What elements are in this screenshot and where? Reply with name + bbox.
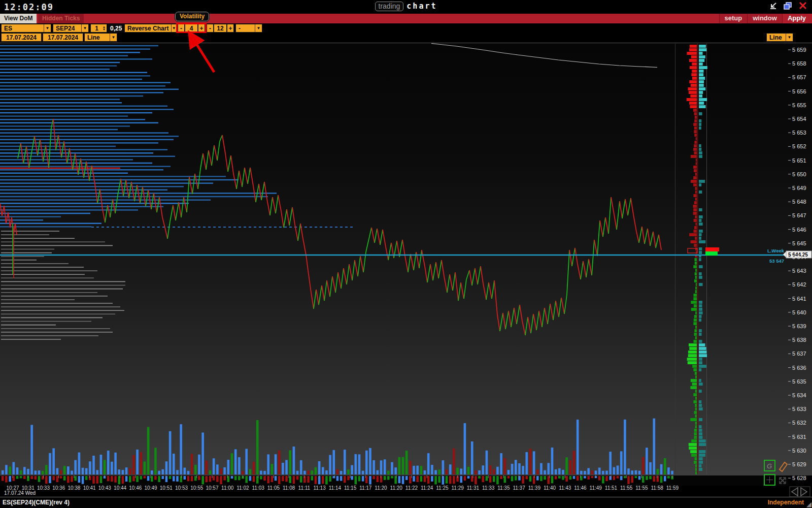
svg-text:5 633: 5 633: [792, 406, 806, 412]
svg-text:11:14: 11:14: [329, 485, 342, 491]
param2-minus-button[interactable]: -: [207, 24, 214, 33]
status-bar: ES(SEP24)(CME)(rev 4) Independent ◢: [0, 497, 812, 508]
chart-type-select[interactable]: Reverse Chart ▼: [124, 24, 177, 33]
svg-text:11:25: 11:25: [436, 485, 449, 491]
svg-text:5 629: 5 629: [792, 461, 806, 467]
svg-text:11:00: 11:00: [221, 485, 234, 491]
param2-plus-button[interactable]: +: [227, 24, 234, 33]
resize-grip-icon[interactable]: ◢: [806, 500, 811, 508]
minimize-icon[interactable]: [769, 2, 777, 10]
pencil-icon[interactable]: [780, 462, 787, 471]
svg-text:11:31: 11:31: [467, 485, 480, 491]
svg-text:10:55: 10:55: [190, 485, 203, 491]
date-label: 17.07.24 Wed: [4, 490, 36, 496]
svg-text:5 635: 5 635: [792, 378, 806, 385]
svg-text:10:51: 10:51: [160, 485, 173, 491]
svg-text:5 651: 5 651: [792, 157, 806, 164]
svg-text:5 653: 5 653: [792, 130, 806, 136]
tick-size-value: 0,25: [108, 24, 124, 33]
svg-text:11:03: 11:03: [252, 485, 265, 491]
tab-view-dom[interactable]: View DoM: [0, 14, 37, 23]
svg-text:11:33: 11:33: [482, 485, 495, 491]
svg-text:5 652: 5 652: [792, 143, 806, 149]
tab-hidden-ticks[interactable]: Hidden Ticks: [38, 14, 84, 23]
svg-text:5 657: 5 657: [792, 74, 806, 80]
price-axis: 5 6595 6585 6575 6565 6555 6545 6535 652…: [788, 47, 806, 481]
svg-text:5 632: 5 632: [792, 420, 806, 426]
svg-text:5 628: 5 628: [792, 475, 806, 481]
svg-text:11:11: 11:11: [298, 485, 311, 491]
chart-canvas[interactable]: L.Week53 5475 644,255 6595 6585 6575 656…: [0, 43, 812, 497]
svg-text:5 648: 5 648: [792, 199, 806, 205]
svg-text:5 644: 5 644: [792, 254, 806, 260]
restore-icon[interactable]: [784, 2, 792, 10]
svg-text:11:20: 11:20: [390, 485, 403, 491]
svg-text:5 646: 5 646: [792, 227, 806, 233]
date-row: 17.07.2024 17.07.2024 Line ▼ Line ▼: [0, 33, 812, 42]
svg-text:5 641: 5 641: [792, 296, 806, 302]
dom-depth-histogram: [0, 46, 355, 227]
svg-text:10:38: 10:38: [67, 485, 80, 491]
interval-stepper[interactable]: 1 ▲▼: [90, 24, 107, 33]
svg-text:5 634: 5 634: [792, 392, 806, 398]
window-controls: [769, 2, 807, 10]
svg-text:10:57: 10:57: [206, 485, 218, 491]
svg-text:5 655: 5 655: [792, 102, 806, 108]
svg-text:5 640: 5 640: [792, 309, 806, 315]
scroll-left-button[interactable]: [792, 488, 798, 496]
date-to-field[interactable]: 17.07.2024: [43, 33, 83, 42]
svg-text:10:41: 10:41: [83, 485, 96, 491]
svg-text:5 631: 5 631: [792, 434, 806, 440]
svg-text:11:13: 11:13: [313, 485, 326, 491]
svg-text:10:43: 10:43: [98, 485, 111, 491]
chevron-down-icon[interactable]: ▼: [255, 24, 262, 32]
chevron-down-icon[interactable]: ▼: [786, 34, 793, 41]
svg-text:11:05: 11:05: [267, 485, 280, 491]
main-toolbar: View DoM Hidden Ticks setup window Apply: [0, 14, 812, 23]
param2-value: 12: [214, 24, 227, 33]
scroll-right-button[interactable]: [801, 488, 807, 496]
app-title: tradingchart: [0, 2, 812, 11]
close-icon[interactable]: [798, 2, 807, 10]
svg-text:5 637: 5 637: [792, 351, 806, 357]
date-from-field[interactable]: 17.07.2024: [1, 33, 42, 42]
svg-text:11:17: 11:17: [359, 485, 372, 491]
title-bar: 12:02:09 tradingchart: [0, 0, 812, 14]
instrument-status: ES(SEP24)(CME)(rev 4): [3, 499, 70, 506]
contract-select[interactable]: SEP24 ▼: [53, 24, 89, 33]
window-button[interactable]: window: [747, 14, 782, 23]
symbol-select[interactable]: ES ▼: [1, 24, 51, 33]
cumulative-line: [431, 44, 657, 68]
chevron-down-icon[interactable]: ▼: [44, 24, 51, 32]
title-main: chart: [407, 2, 437, 11]
svg-text:11:46: 11:46: [574, 485, 587, 491]
chevron-down-icon[interactable]: ▼: [110, 34, 117, 41]
spinner-arrows-icon[interactable]: ▲▼: [103, 26, 107, 31]
svg-text:11:59: 11:59: [666, 485, 679, 491]
trading-chart-window: 12:02:09 tradingchart View DoM Hidden Ti…: [0, 0, 812, 508]
right-style-select[interactable]: Line ▼: [766, 33, 793, 42]
chevron-down-icon[interactable]: ▼: [81, 24, 88, 32]
setup-button[interactable]: setup: [719, 14, 748, 23]
svg-text:11:08: 11:08: [283, 485, 295, 491]
extra-select[interactable]: - ▼: [235, 24, 262, 33]
independent-label: Independent: [768, 499, 804, 506]
apply-button[interactable]: Apply: [782, 14, 811, 23]
svg-text:11:35: 11:35: [497, 485, 510, 491]
svg-text:11:37: 11:37: [513, 485, 525, 491]
svg-text:11:49: 11:49: [590, 485, 602, 491]
svg-text:11:24: 11:24: [421, 485, 433, 491]
svg-text:5 654: 5 654: [792, 116, 806, 122]
svg-text:11:55: 11:55: [620, 485, 633, 491]
svg-text:11:51: 11:51: [605, 485, 618, 491]
style-select[interactable]: Line ▼: [84, 33, 117, 42]
svg-text:5 639: 5 639: [792, 323, 806, 329]
svg-text:11:29: 11:29: [452, 485, 464, 491]
svg-text:5 643: 5 643: [792, 268, 806, 274]
svg-text:11:15: 11:15: [344, 485, 357, 491]
controls-row: ES ▼ SEP24 ▼ 1 ▲▼ 0,25 Reverse Chart ▼ -…: [0, 23, 812, 33]
svg-text:10:49: 10:49: [145, 485, 157, 491]
svg-text:53 547: 53 547: [769, 258, 784, 264]
chevron-down-icon[interactable]: ▼: [171, 24, 176, 32]
svg-text:5 650: 5 650: [792, 171, 806, 177]
